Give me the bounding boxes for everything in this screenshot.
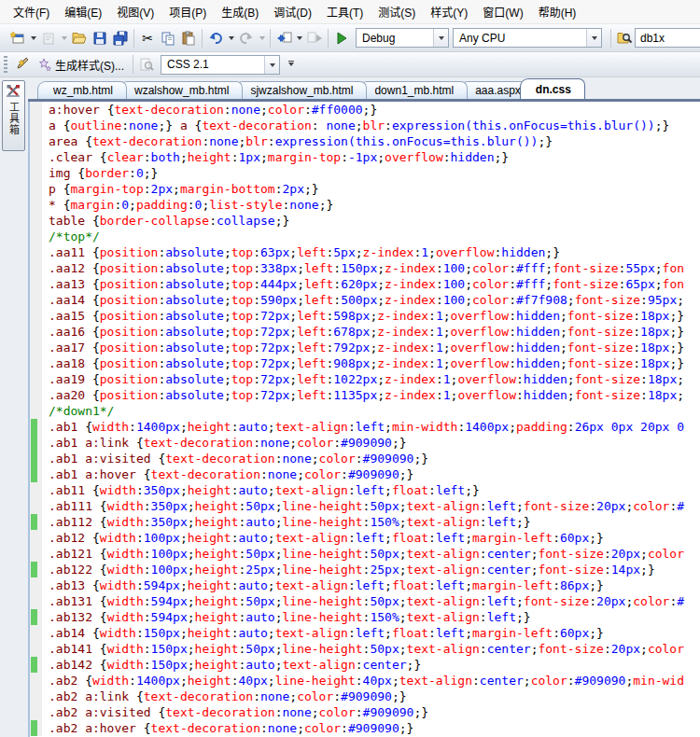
undo-dropdown[interactable] [226,28,236,49]
code-line-33[interactable]: .ab132 {width:594px;height:auto;line-hei… [30,609,700,625]
code-line-37[interactable]: .ab2 {width:1400px;height:40px;line-heig… [30,673,700,688]
code-line-9[interactable]: /*top*/ [30,229,700,244]
build-style-label: 生成样式(S)... [55,57,124,73]
find-in-files-button[interactable] [614,28,635,49]
menu-item-3[interactable]: 项目(P) [161,0,214,23]
tab-down1_mb.html[interactable]: down1_mb.html [358,81,468,100]
menu-item-5[interactable]: 调试(D) [266,0,319,23]
menu-item-1[interactable]: 编辑(E) [57,0,109,23]
check-style-button[interactable] [136,54,157,75]
toolbar-separator [133,29,134,48]
code-line-5[interactable]: img {border:0;} [30,165,700,181]
tab-dn.css[interactable]: dn.css [520,78,585,100]
code-line-6[interactable]: p {margin-top:2px;margin-bottom:2px;} [30,181,700,197]
toolbar-overflow-button[interactable] [286,54,297,75]
code-line-18[interactable]: .aa19 {position:absolute;top:72px;left:1… [30,371,700,387]
code-line-11[interactable]: .aa12 {position:absolute;top:338px;left:… [30,260,700,276]
menu-item-6[interactable]: 工具(T) [319,0,371,23]
find-combo-input[interactable] [635,28,700,48]
toolbar-grip[interactable] [4,56,7,73]
navigate-backward-button[interactable] [273,28,294,49]
code-line-21[interactable]: .ab1 {width:1400px;height:auto;text-alig… [30,419,700,435]
navigate-forward-button[interactable] [304,28,325,49]
code-line-19[interactable]: .aa20 {position:absolute;top:72px;left:1… [30,387,700,403]
code-line-7[interactable]: * {margin:0;padding:0;list-style:none;} [30,197,700,213]
start-debug-button[interactable] [331,28,352,49]
code-line-24[interactable]: .ab1 a:hover {text-decoration:none;color… [30,466,700,482]
code-line-28[interactable]: .ab12 {width:100px;height:auto;text-alig… [30,530,700,546]
solution-config-combo[interactable]: Debug [356,28,449,48]
code-line-25[interactable]: .ab11 {width:350px;height:auto;text-alig… [30,482,700,498]
menu-item-10[interactable]: 帮助(H) [531,0,584,23]
menu-item-7[interactable]: 测试(S) [371,0,423,23]
new-style-button[interactable] [11,54,32,75]
code-line-20[interactable]: /*down1*/ [30,403,700,419]
undo-icon [208,31,223,46]
code-line-30[interactable]: .ab122 {width:100px;height:25px;line-hei… [30,562,700,577]
code-line-39[interactable]: .ab2 a:visited {text-decoration:none;col… [30,704,700,720]
chevron-down-icon[interactable] [433,29,448,47]
menu-item-8[interactable]: 样式(Y) [423,0,475,23]
new-project-dropdown[interactable] [28,28,38,49]
platform-combo[interactable]: Any CPU [453,28,602,48]
code-line-31[interactable]: .ab13 {width:594px;height:auto;text-alig… [30,577,700,593]
chevron-down-icon[interactable] [586,29,601,47]
code-line-23[interactable]: .ab1 a:visited {text-decoration:none;col… [30,451,700,466]
paste-button[interactable] [178,28,199,49]
code-line-27[interactable]: .ab112 {width:350px;height:auto;line-hei… [30,514,700,530]
document-tab-strip: wz_mb.htmlwzalshow_mb.htmlsjwzalshow_mb.… [0,78,700,100]
find-in-files-icon [617,31,633,46]
add-item-button[interactable] [38,28,59,49]
code-line-22[interactable]: .ab1 a:link {text-decoration:none;color:… [30,435,700,451]
code-line-1[interactable]: a:hover {text-decoration:none;color:#ff0… [30,102,700,118]
menu-item-0[interactable]: 文件(F) [6,0,57,23]
code-line-13[interactable]: .aa14 {position:absolute;top:590px;left:… [30,292,700,308]
code-line-4[interactable]: .clear {clear:both;height:1px;margin-top… [30,149,700,165]
new-project-button[interactable] [7,28,28,49]
code-line-3[interactable]: area {text-decoration:none;blr:expressio… [30,133,700,149]
code-line-26[interactable]: .ab111 {width:350px;height:50px;line-hei… [30,498,700,514]
save-all-icon [113,31,129,46]
code-line-34[interactable]: .ab14 {width:150px;height:auto;text-alig… [30,625,700,641]
standard-toolbar: ✂ [0,24,700,52]
code-line-38[interactable]: .ab2 a:link {text-decoration:none;color:… [30,688,700,704]
code-line-16[interactable]: .aa17 {position:absolute;top:72px;left:7… [30,340,700,355]
copy-icon [161,31,175,46]
open-file-button[interactable] [69,28,90,49]
code-line-15[interactable]: .aa16 {position:absolute;top:72px;left:6… [30,324,700,340]
save-button[interactable] [90,28,110,49]
css-version-combo[interactable]: CSS 2.1 [161,55,280,75]
code-line-40[interactable]: .ab2 a:hover {text-decoration:none;color… [30,720,700,736]
code-line-35[interactable]: .ab141 {width:150px;height:50px;line-hei… [30,641,700,657]
redo-button[interactable] [236,28,257,49]
css-code-editor[interactable]: a:hover {text-decoration:none;color:#ff0… [28,102,700,737]
code-line-32[interactable]: .ab131 {width:594px;height:50px;line-hei… [30,593,700,609]
tab-wz_mb.html[interactable]: wz_mb.html [37,81,127,100]
left-dock-strip: 工具箱 [0,78,28,737]
copy-button[interactable] [158,28,178,49]
save-all-button[interactable] [110,28,131,49]
redo-icon [239,31,254,46]
code-line-10[interactable]: .aa11 {position:absolute;top:63px;left:5… [30,244,700,260]
tab-sjwzalshow_mb.html[interactable]: sjwzalshow_mb.html [234,81,367,100]
code-line-12[interactable]: .aa13 {position:absolute;top:444px;left:… [30,276,700,292]
code-line-17[interactable]: .aa18 {position:absolute;top:72px;left:9… [30,355,700,371]
navigate-backward-dropdown[interactable] [294,28,304,49]
code-line-36[interactable]: .ab142 {width:150px;height:auto;text-ali… [30,657,700,673]
cut-button[interactable]: ✂ [137,28,158,49]
tab-wzalshow_mb.html[interactable]: wzalshow_mb.html [119,81,243,100]
cut-icon: ✂ [142,32,153,45]
menu-item-4[interactable]: 生成(B) [214,0,266,23]
code-line-29[interactable]: .ab121 {width:100px;height:50px;line-hei… [30,546,700,562]
code-line-8[interactable]: table {border-collapse:collapse;} [30,213,700,229]
menu-item-2[interactable]: 视图(V) [109,0,161,23]
code-line-2[interactable]: a {outline:none;} a {text-decoration: no… [30,118,700,133]
chevron-down-icon[interactable] [264,56,279,74]
code-line-14[interactable]: .aa15 {position:absolute;top:72px;left:5… [30,308,700,324]
undo-button[interactable] [205,28,226,49]
add-item-dropdown[interactable] [59,28,69,49]
menu-item-9[interactable]: 窗口(W) [475,0,530,23]
style-sheet-toolbar: 生成样式(S)... CSS 2.1 [0,52,700,77]
redo-dropdown[interactable] [257,28,267,49]
build-style-button[interactable]: 生成样式(S)... [32,54,130,75]
